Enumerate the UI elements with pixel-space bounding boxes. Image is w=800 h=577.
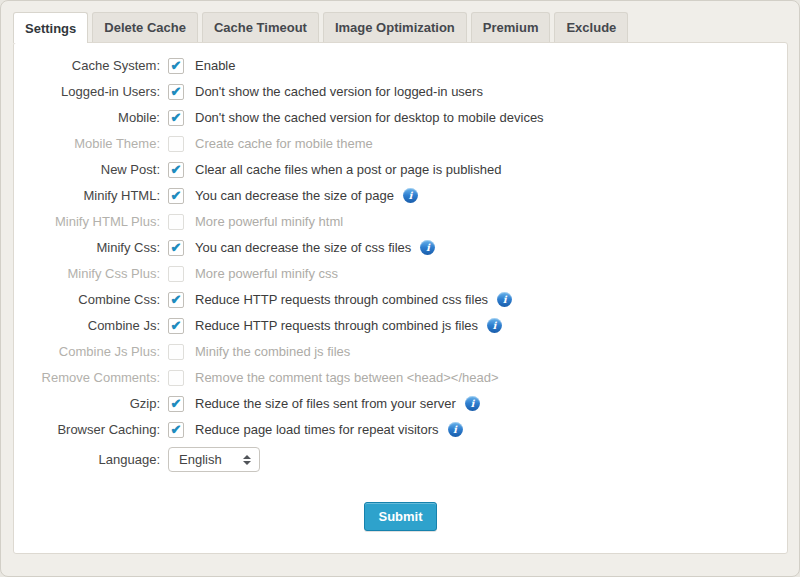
setting-description: Don't show the cached version for deskto… (195, 110, 544, 125)
checkbox[interactable]: ✔ (168, 84, 184, 100)
setting-description: You can decrease the size of css files (195, 240, 411, 255)
checkbox[interactable]: ✔ (168, 58, 184, 74)
info-icon[interactable]: i (420, 240, 435, 255)
setting-label: Mobile: (14, 110, 160, 125)
checkbox[interactable]: ✔ (168, 292, 184, 308)
check-icon: ✔ (171, 293, 182, 306)
setting-description: Create cache for mobile theme (195, 136, 373, 151)
check-icon: ✔ (171, 319, 182, 332)
tab-label: Premium (483, 20, 539, 35)
check-icon: ✔ (171, 59, 182, 72)
row-browser-caching: Browser Caching: ✔ Reduce page load time… (14, 421, 787, 438)
row-minify-html: Minify HTML: ✔ You can decrease the size… (14, 187, 787, 204)
tab-label: Cache Timeout (214, 20, 307, 35)
setting-label: Remove Comments: (14, 370, 160, 385)
info-icon[interactable]: i (487, 318, 502, 333)
row-combine-css: Combine Css: ✔ Reduce HTTP requests thro… (14, 291, 787, 308)
setting-label: Logged-in Users: (14, 84, 160, 99)
tab-settings[interactable]: Settings (13, 12, 88, 43)
setting-label: Minify Css: (14, 240, 160, 255)
setting-label: Cache System: (14, 58, 160, 73)
row-cache-system: Cache System: ✔ Enable i (14, 57, 787, 74)
info-icon[interactable]: i (497, 292, 512, 307)
language-select[interactable]: English (168, 447, 260, 472)
setting-label: Mobile Theme: (14, 136, 160, 151)
checkbox[interactable]: ✔ (168, 136, 184, 152)
row-mobile: Mobile: ✔ Don't show the cached version … (14, 109, 787, 126)
checkbox[interactable]: ✔ (168, 318, 184, 334)
submit-row: Submit (14, 502, 787, 531)
checkbox[interactable]: ✔ (168, 266, 184, 282)
settings-form: Cache System: ✔ Enable i Logged-in Users… (14, 43, 787, 438)
check-icon: ✔ (171, 85, 182, 98)
row-gzip: Gzip: ✔ Reduce the size of files sent fr… (14, 395, 787, 412)
info-icon[interactable]: i (403, 188, 418, 203)
row-remove-comments: Remove Comments: ✔ Remove the comment ta… (14, 369, 787, 386)
setting-label: New Post: (14, 162, 160, 177)
setting-description: Reduce the size of files sent from your … (195, 396, 456, 411)
setting-description: Don't show the cached version for logged… (195, 84, 483, 99)
setting-label: Combine Js Plus: (14, 344, 160, 359)
tab-image-optimization[interactable]: Image Optimization (323, 12, 467, 42)
check-icon: ✔ (171, 111, 182, 124)
setting-label: Minify HTML Plus: (14, 214, 160, 229)
setting-description: Reduce HTTP requests through combined cs… (195, 292, 488, 307)
row-minify-html-plus: Minify HTML Plus: ✔ More powerful minify… (14, 213, 787, 230)
settings-window-frame: Settings Delete Cache Cache Timeout Imag… (0, 0, 800, 577)
setting-description: Remove the comment tags between <head></… (195, 370, 499, 385)
setting-label: Combine Js: (14, 318, 160, 333)
language-selected-value: English (179, 452, 222, 467)
checkbox[interactable]: ✔ (168, 110, 184, 126)
setting-description: Reduce HTTP requests through combined js… (195, 318, 478, 333)
checkbox[interactable]: ✔ (168, 344, 184, 360)
setting-description: More powerful minify css (195, 266, 338, 281)
row-mobile-theme: Mobile Theme: ✔ Create cache for mobile … (14, 135, 787, 152)
checkbox[interactable]: ✔ (168, 396, 184, 412)
language-label: Language: (14, 452, 160, 467)
setting-label: Gzip: (14, 396, 160, 411)
tab-exclude[interactable]: Exclude (554, 12, 628, 42)
setting-label: Browser Caching: (14, 422, 160, 437)
check-icon: ✔ (171, 423, 182, 436)
checkbox[interactable]: ✔ (168, 214, 184, 230)
setting-description: Enable (195, 58, 235, 73)
setting-description: Clear all cache files when a post or pag… (195, 162, 501, 177)
check-icon: ✔ (171, 163, 182, 176)
setting-label: Minify Css Plus: (14, 266, 160, 281)
setting-description: More powerful minify html (195, 214, 343, 229)
tab-premium[interactable]: Premium (471, 12, 551, 42)
setting-label: Combine Css: (14, 292, 160, 307)
tab-label: Delete Cache (104, 20, 186, 35)
tab-cache-timeout[interactable]: Cache Timeout (202, 12, 319, 42)
language-row: Language: English (14, 447, 787, 472)
setting-description: You can decrease the size of page (195, 188, 394, 203)
row-combine-js-plus: Combine Js Plus: ✔ Minify the combined j… (14, 343, 787, 360)
row-combine-js: Combine Js: ✔ Reduce HTTP requests throu… (14, 317, 787, 334)
submit-button[interactable]: Submit (364, 502, 436, 531)
row-minify-css-plus: Minify Css Plus: ✔ More powerful minify … (14, 265, 787, 282)
tab-bar: Settings Delete Cache Cache Timeout Imag… (13, 12, 628, 43)
setting-description: Reduce page load times for repeat visito… (195, 422, 439, 437)
tab-label: Settings (25, 21, 76, 36)
checkbox[interactable]: ✔ (168, 162, 184, 178)
select-arrows-icon (243, 455, 251, 465)
row-new-post: New Post: ✔ Clear all cache files when a… (14, 161, 787, 178)
tab-label: Exclude (566, 20, 616, 35)
checkbox[interactable]: ✔ (168, 370, 184, 386)
row-minify-css: Minify Css: ✔ You can decrease the size … (14, 239, 787, 256)
info-icon[interactable]: i (465, 396, 480, 411)
tab-delete-cache[interactable]: Delete Cache (92, 12, 198, 42)
setting-description: Minify the combined js files (195, 344, 350, 359)
checkbox[interactable]: ✔ (168, 422, 184, 438)
settings-panel: Cache System: ✔ Enable i Logged-in Users… (13, 42, 788, 554)
checkbox[interactable]: ✔ (168, 188, 184, 204)
checkbox[interactable]: ✔ (168, 240, 184, 256)
setting-label: Minify HTML: (14, 188, 160, 203)
row-logged-in-users: Logged-in Users: ✔ Don't show the cached… (14, 83, 787, 100)
tab-label: Image Optimization (335, 20, 455, 35)
check-icon: ✔ (171, 241, 182, 254)
check-icon: ✔ (171, 397, 182, 410)
check-icon: ✔ (171, 189, 182, 202)
info-icon[interactable]: i (448, 422, 463, 437)
